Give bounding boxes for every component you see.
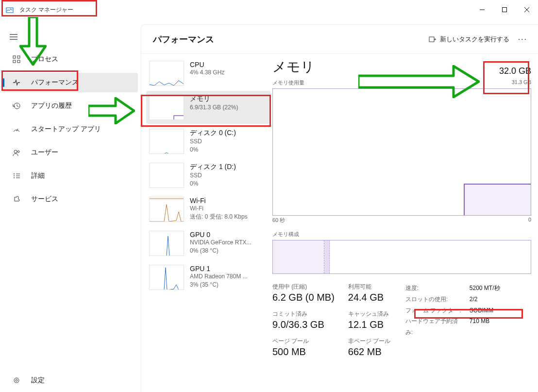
gauge-icon [13,125,21,133]
time-end: 0 [528,217,531,224]
reserved-value: 710 MB [470,316,489,338]
performance-list: CPU4% 4.38 GHz メモリ6.9/31.3 GB (22%) ディスク… [141,54,272,392]
svg-point-20 [14,177,15,178]
time-start: 60 秒 [272,217,285,224]
disk0-thumbnail [149,129,184,154]
perf-title: ディスク 0 (C:) [190,129,268,137]
app-icon [6,6,14,14]
perf-item-cpu[interactable]: CPU4% 4.38 GHz [146,57,270,90]
history-icon [13,102,21,110]
memory-usage-chart [272,88,531,216]
nav-services[interactable]: サービス [3,189,138,209]
window-title: タスク マネージャー [19,6,73,14]
perf-sub2: 3% (35 °C) [190,281,268,289]
speed-key: 速度: [405,283,464,294]
users-icon [13,149,21,156]
close-button[interactable] [516,0,538,19]
nav-users[interactable]: ユーザー [3,143,138,162]
nav-app-history[interactable]: アプリの履歴 [3,96,138,116]
nav-details[interactable]: 詳細 [3,166,138,186]
svg-point-23 [16,379,17,381]
svg-point-18 [14,175,15,176]
memory-thumbnail [149,95,184,120]
available-label: 利用可能 [348,283,392,291]
maximize-button[interactable] [493,0,516,19]
paged-value: 500 MB [272,346,335,358]
nonpaged-value: 662 MB [348,346,392,358]
perf-item-disk1[interactable]: ディスク 1 (D:)SSD0% [146,159,270,192]
perf-sub: 6.9/31.3 GB (22%) [190,103,268,112]
composition-label: メモリ構成 [272,231,531,238]
memory-specs: 速度:5200 MT/秒 スロットの使用:2/2 フォーム ファクター:SODI… [405,283,500,364]
reserved-key: ハードウェア予約済み: [405,316,464,338]
window-controls [471,0,538,19]
perf-sub: 4% 4.38 GHz [190,68,268,77]
svg-point-14 [14,150,17,153]
committed-label: コミット済み [272,310,335,318]
svg-rect-8 [13,56,16,58]
content-header: パフォーマンス 新しいタスクを実行する ··· [141,25,538,54]
in-use-label: 使用中 (圧縮) [272,283,335,291]
memory-composition-chart [272,240,531,274]
nav-label: スタートアップ アプリ [31,125,101,134]
gpu1-thumbnail [149,265,184,290]
perf-item-memory[interactable]: メモリ6.9/31.3 GB (22%) [146,91,270,124]
gear-icon [13,376,21,384]
perf-item-gpu0[interactable]: GPU 0NVIDIA GeForce RTX...0% (38 °C) [146,227,270,260]
nav-label: アプリの履歴 [31,102,72,110]
memory-stats: 使用中 (圧縮) 6.2 GB (0 MB) コミット済み 9.0/36.3 G… [272,283,531,364]
sidebar: プロセス パフォーマンス アプリの履歴 スタートアップ アプリ ユーザー 詳細 … [0,19,141,392]
nav-label: プロセス [31,55,58,64]
perf-title: GPU 0 [190,231,268,239]
usage-label: メモリ使用量 [272,79,304,86]
svg-rect-2 [503,8,507,12]
perf-sub2: 0% [190,180,268,188]
perf-title: ディスク 1 (D:) [190,163,268,171]
svg-rect-11 [17,60,20,63]
perf-item-wifi[interactable]: Wi-FiWi-Fi送信: 0 受信: 8.0 Kbps [146,193,270,226]
perf-sub2: 送信: 0 受信: 8.0 Kbps [190,213,268,221]
minimize-button[interactable] [471,0,493,19]
nav-label: サービス [31,195,58,204]
committed-value: 9.0/36.3 GB [272,319,335,330]
perf-sub2: 0% (38 °C) [190,247,268,255]
perf-title: CPU [190,61,268,68]
nav-processes[interactable]: プロセス [3,50,138,69]
nav-performance[interactable]: パフォーマンス [3,73,138,92]
nav-startup[interactable]: スタートアップ アプリ [3,119,138,139]
new-task-button[interactable]: 新しいタスクを実行する [428,35,509,44]
in-use-value: 6.2 GB (0 MB) [272,292,335,303]
svg-rect-24 [429,37,434,42]
titlebar: タスク マネージャー [0,0,538,19]
nav-label: 設定 [31,376,45,385]
svg-rect-10 [13,60,16,63]
speed-value: 5200 MT/秒 [470,283,500,294]
svg-point-15 [17,151,19,153]
perf-sub: SSD [190,137,268,146]
hamburger-menu[interactable] [0,30,141,48]
pulse-icon [13,79,21,86]
perf-sub: Wi-Fi [190,205,268,213]
perf-title: Wi-Fi [190,197,268,205]
nav-label: ユーザー [31,148,58,157]
svg-rect-9 [17,56,20,58]
grid-icon [13,55,21,63]
slots-key: スロットの使用: [405,294,464,305]
cpu-thumbnail [149,61,184,86]
cached-value: 12.1 GB [348,319,392,330]
perf-sub: NVIDIA GeForce RTX... [190,239,268,247]
memory-detail: メモリ 32.0 GB メモリ使用量 31.3 GB 60 秒 0 メモリ構成 [272,54,538,392]
perf-item-gpu1[interactable]: GPU 1AMD Radeon 780M ...3% (35 °C) [146,261,270,294]
new-task-icon [428,35,436,43]
nav-label: 詳細 [31,171,45,180]
perf-item-disk0[interactable]: ディスク 0 (C:)SSD0% [146,125,270,158]
detail-capacity: 32.0 GB [499,66,531,76]
nav-label: パフォーマンス [31,78,79,87]
perf-sub: AMD Radeon 780M ... [190,273,268,281]
nav-settings[interactable]: 設定 [3,371,138,390]
slots-value: 2/2 [470,294,478,305]
puzzle-icon [13,195,21,203]
usage-max: 31.3 GB [512,79,531,86]
nonpaged-label: 非ページ プール [348,337,392,345]
more-button[interactable]: ··· [518,35,527,44]
